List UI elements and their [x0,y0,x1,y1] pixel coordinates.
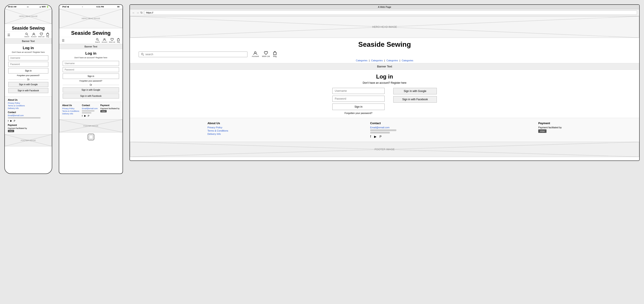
tablet-wishlist-icon-item[interactable]: Wish List [109,38,115,43]
browser-footer-about-title: About Us [208,122,228,125]
tablet-home-button[interactable] [88,134,94,140]
phone-stripe-logo: stripe [8,130,14,132]
tablet-login-title: Log in [63,51,119,56]
browser-facebook-button[interactable]: Sign in with Facebook [393,96,437,103]
svg-rect-21 [274,52,276,55]
svg-line-19 [143,55,144,56]
browser-footer-about-col: About Us Privacy Policy Terms & Conditio… [208,122,228,138]
browser-footer-terms[interactable]: Terms & Conditions [208,129,228,132]
tablet-forgot-password[interactable]: Forgotten your password? [63,80,119,82]
tablet-account-icon-item[interactable]: Account [102,38,107,43]
phone-bag-icon-item[interactable]: Bag [46,33,49,37]
tablet-pinterest-icon[interactable]: P [88,115,89,117]
phone-search-label: Search [24,36,29,37]
browser-refresh-button[interactable]: ↻ [140,11,143,14]
browser-google-button[interactable]: Sign In with Google [393,88,437,94]
browser-back-button[interactable]: ← [132,11,135,14]
browser-forward-button[interactable]: → [136,11,139,14]
phone-footer-image: FOOTER IMAGE [5,134,52,146]
browser-facebook-icon[interactable]: f [370,135,371,138]
phone-banner-text: Banner Text [5,38,52,44]
tablet-or-divider: Or [63,84,119,86]
phone-sign-in-button[interactable]: Sign in [8,68,48,73]
browser-forgot-password[interactable]: Forgotten your password? [332,112,384,114]
tablet-status-left: iPad ◀ [62,6,68,8]
browser-site-title: Seaside Sewing [130,38,639,50]
phone-bag-label: Bag [46,36,49,37]
tablet-footer-delivery[interactable]: Delivery Info [62,113,79,115]
browser-footer-payment-title: Payment [538,122,562,125]
browser-category-2[interactable]: Categories [371,59,382,62]
tablet-bag-label: Bag [117,41,120,43]
phone-hero-label: HERO HEAD IMAGE [19,15,38,17]
browser-hero-label: HERO HEAD IMAGE [372,25,397,28]
tablet-footer-payment-text: Payment facilitated by [100,107,120,110]
browser-url-input[interactable] [144,10,637,15]
tablet-footer-privacy[interactable]: Privacy Policy [62,107,79,110]
phone-footer-payment-title: Payment [8,124,49,126]
tablet-search-icon-item[interactable]: Search [95,38,100,43]
tablet-footer-email[interactable]: Email@email.com [82,107,98,110]
browser-footer-image: FOOTER IMAGE [130,142,639,157]
hamburger-menu-icon[interactable]: ☰ [8,33,10,37]
tablet-facebook-icon[interactable]: f [82,115,82,117]
browser-password-input[interactable] [332,96,384,102]
phone-wishlist-icon-item[interactable]: Wish List [38,33,44,37]
browser-footer-email[interactable]: Email@email.com [370,126,396,129]
browser-category-3[interactable]: Categories [386,59,398,62]
phone-pinterest-icon[interactable]: P [14,120,15,122]
tablet-status-time: 6:31 PM [96,6,104,8]
phone-facebook-button[interactable]: Sign in with Facebook [8,88,48,93]
phone-footer-email[interactable]: Email@email.com [8,114,49,117]
browser-youtube-icon[interactable]: ▶ [374,135,376,138]
tablet-footer-payment-title: Payment [100,104,120,107]
tablet-nav-bar: ☰ Search Account Wish List Bag [59,37,122,44]
tablet-footer-about-col: About Us Privacy Policy Terms & Conditio… [62,104,79,117]
phone-search-icon-item[interactable]: Search [24,33,29,37]
tablet-password-input[interactable] [63,67,119,72]
tablet-footer-about-title: About Us [62,104,79,107]
browser-top-icons: Account Wish List Bag [252,51,277,57]
tablet-username-input[interactable] [63,61,119,66]
phone-username-input[interactable] [8,55,48,60]
browser-category-1[interactable]: Categories [356,59,368,62]
tablet-footer-contact-col: Contact Email@email.com f ▶ P [82,104,98,117]
phone-youtube-icon[interactable]: ▶ [10,119,12,122]
phone-footer-image-label: FOOTER IMAGE [21,139,36,142]
tablet-battery: 80 [117,6,120,8]
browser-search-input[interactable] [146,53,245,56]
phone-nav-icons: Search Account Wish List Bag [24,33,49,37]
browser-login-subtitle: Don't have an account? Register here [139,81,630,84]
phone-facebook-icon[interactable]: f [8,120,8,122]
browser-footer-delivery[interactable]: Delivery Info [208,133,228,135]
tablet-hamburger-icon[interactable]: ☰ [62,39,65,42]
browser-account-icon-item[interactable]: Account [252,51,259,57]
browser-pinterest-icon[interactable]: P [380,135,382,138]
svg-line-3 [27,34,28,35]
phone-footer-delivery[interactable]: Delivery Info [8,107,49,109]
browser-footer-privacy[interactable]: Privacy Policy [208,126,228,129]
tablet-youtube-icon[interactable]: ▶ [84,114,86,117]
browser-sign-in-button[interactable]: Sign in [332,103,384,110]
phone-footer-privacy[interactable]: Privacy Policy [8,102,49,104]
tablet-footer-terms[interactable]: Terms & Conditions [62,110,79,112]
svg-line-11 [98,40,99,41]
tablet-facebook-button[interactable]: Sign in with Facebook [63,93,119,98]
phone-google-button[interactable]: Sign in with Google [8,82,48,87]
phone-footer-terms[interactable]: Terms & Conditions [8,105,49,107]
phone-password-input[interactable] [8,62,48,67]
browser-category-4[interactable]: Categories [402,59,413,62]
tablet-google-button[interactable]: Sign in with Google [63,87,119,92]
phone-forgot-password[interactable]: Forgotten your password? [8,74,48,76]
browser-wishlist-icon-item[interactable]: Wish List [262,51,270,57]
phone-account-icon-item[interactable]: Account [31,33,36,37]
phone-footer-social: f ▶ P [8,119,49,122]
browser-username-input[interactable] [332,88,384,94]
tablet-bag-icon-item[interactable]: Bag [117,38,120,43]
phone-login-section: Log in Don't have an account? Register h… [5,44,52,96]
browser-bag-icon-item[interactable]: Bag [273,51,277,57]
tablet-sign-in-button[interactable]: Sign in [63,73,119,79]
tablet-frame: iPad ◀ ○ 6:31 PM 80 HERO HEAD IMAGE Seas… [59,4,123,174]
tablet-banner-text: Banner Text [59,44,122,49]
phone-login-subtitle: Don't have an account? Register here [8,51,48,53]
